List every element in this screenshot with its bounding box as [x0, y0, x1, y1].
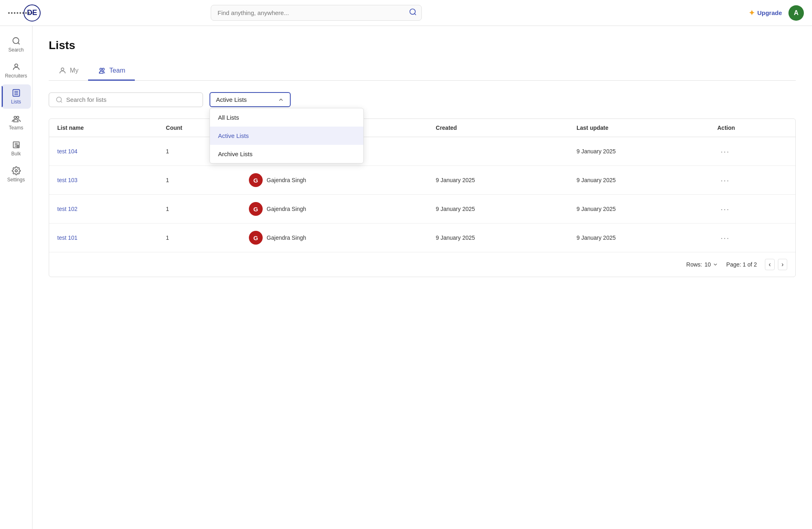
search-icon: [12, 37, 21, 45]
list-name-link[interactable]: test 103: [57, 177, 78, 183]
table-row: test 102 1 G Gajendra Singh 9 January 20…: [49, 195, 795, 224]
toolbar: Active Lists All Lists Active Lists Arch…: [49, 92, 796, 107]
cell-created: 9 January 2025: [428, 166, 568, 195]
person-icon: [12, 62, 21, 71]
more-options-button[interactable]: ···: [717, 232, 733, 244]
cell-created: [428, 137, 568, 166]
sidebar-item-search[interactable]: Search: [2, 32, 31, 57]
settings-icon: [12, 166, 21, 175]
star-icon: ✦: [749, 9, 755, 17]
active-bar: [2, 86, 3, 107]
rows-select: Rows: 10: [686, 261, 718, 268]
creator-name: Gajendra Singh: [267, 206, 306, 212]
next-page-button[interactable]: ›: [778, 259, 787, 270]
sidebar-item-bulk[interactable]: Bulk: [2, 136, 31, 161]
app-layout: Search Recruiters Lists: [0, 26, 812, 529]
more-options-button[interactable]: ···: [717, 145, 733, 158]
cell-action: ···: [709, 224, 795, 252]
filter-dropdown-wrapper: Active Lists All Lists Active Lists Arch…: [209, 92, 291, 107]
col-created: Created: [428, 119, 568, 137]
sidebar-item-lists[interactable]: Lists: [2, 84, 31, 109]
table-row: test 103 1 G Gajendra Singh 9 January 20…: [49, 166, 795, 195]
sidebar: Search Recruiters Lists: [0, 26, 32, 529]
cell-last-update: 9 January 2025: [568, 166, 709, 195]
svg-point-4: [15, 64, 17, 67]
svg-point-17: [56, 97, 61, 102]
list-search-box[interactable]: [49, 92, 203, 107]
global-search[interactable]: [211, 5, 422, 21]
page-nav: ‹ ›: [765, 259, 787, 270]
rows-dropdown[interactable]: 10: [704, 261, 718, 268]
more-options-button[interactable]: ···: [717, 203, 733, 215]
cell-action: ···: [709, 137, 795, 166]
sidebar-item-settings[interactable]: Settings: [2, 162, 31, 187]
cell-count: 1: [158, 224, 241, 252]
svg-point-14: [61, 68, 64, 71]
tabs: My Team: [49, 62, 796, 81]
filter-option-all[interactable]: All Lists: [210, 108, 363, 127]
main-content: Lists My Team: [32, 26, 812, 529]
filter-dropdown-menu: All Lists Active Lists Archive Lists: [209, 108, 364, 163]
creator-name: Gajendra Singh: [267, 234, 306, 241]
cell-last-update: 9 January 2025: [568, 195, 709, 224]
filter-dropdown-trigger[interactable]: Active Lists: [209, 92, 291, 107]
svg-point-13: [15, 170, 17, 172]
cell-last-update: 9 January 2025: [568, 224, 709, 252]
topnav: DE ✦ Upgrade A: [0, 0, 812, 26]
cell-action: ···: [709, 195, 795, 224]
upgrade-button[interactable]: ✦ Upgrade: [749, 9, 782, 17]
chevron-down-icon: [713, 262, 718, 267]
teams-icon: [12, 114, 21, 123]
svg-point-15: [100, 68, 102, 70]
chevron-up-icon: [278, 97, 284, 103]
cell-list-name: test 102: [49, 195, 158, 224]
tab-team[interactable]: Team: [88, 62, 135, 81]
svg-point-16: [102, 68, 104, 70]
creator-avatar: G: [249, 202, 263, 216]
creator-avatar: G: [249, 231, 263, 245]
cell-last-update: 9 January 2025: [568, 137, 709, 166]
more-options-button[interactable]: ···: [717, 174, 733, 187]
filter-option-archive[interactable]: Archive Lists: [210, 145, 363, 163]
cell-creator: G Gajendra Singh: [241, 224, 428, 252]
list-search-input[interactable]: [66, 96, 196, 103]
search-box-icon: [56, 96, 63, 103]
svg-point-10: [16, 116, 18, 119]
svg-line-18: [60, 101, 62, 102]
svg-line-1: [415, 13, 416, 15]
page-title: Lists: [49, 39, 796, 52]
cell-created: 9 January 2025: [428, 224, 568, 252]
global-search-input[interactable]: [211, 5, 422, 21]
sidebar-item-recruiters[interactable]: Recruiters: [2, 58, 31, 83]
team-tab-icon: [98, 67, 106, 75]
svg-point-2: [13, 38, 19, 44]
prev-page-button[interactable]: ‹: [765, 259, 774, 270]
table-row: test 101 1 G Gajendra Singh 9 January 20…: [49, 224, 795, 252]
list-name-link[interactable]: test 104: [57, 148, 78, 155]
list-name-link[interactable]: test 101: [57, 234, 78, 241]
lists-table: List name Count Creator Created Last upd…: [49, 118, 796, 277]
col-last-update: Last update: [568, 119, 709, 137]
avatar[interactable]: A: [788, 5, 804, 21]
sidebar-item-teams[interactable]: Teams: [2, 110, 31, 135]
creator-name: Gajendra Singh: [267, 177, 306, 183]
creator-avatar: G: [249, 173, 263, 187]
cell-action: ···: [709, 166, 795, 195]
cell-creator: G Gajendra Singh: [241, 166, 428, 195]
table-row: test 104 1 G 9 January 2025 ···: [49, 137, 795, 166]
col-action: Action: [709, 119, 795, 137]
cell-list-name: test 101: [49, 224, 158, 252]
list-name-link[interactable]: test 102: [57, 206, 78, 212]
svg-point-9: [14, 116, 16, 119]
svg-point-0: [410, 9, 415, 14]
page-label: Page: 1 of 2: [726, 261, 757, 268]
cell-count: 1: [158, 195, 241, 224]
grid-icon[interactable]: [8, 12, 17, 14]
person-tab-icon: [58, 67, 67, 75]
app-logo: DE: [24, 4, 41, 22]
cell-list-name: test 103: [49, 166, 158, 195]
tab-my[interactable]: My: [49, 62, 88, 81]
filter-option-active[interactable]: Active Lists: [210, 127, 363, 145]
cell-count: 1: [158, 166, 241, 195]
pagination: Rows: 10 Page: 1 of 2 ‹ ›: [49, 252, 795, 277]
